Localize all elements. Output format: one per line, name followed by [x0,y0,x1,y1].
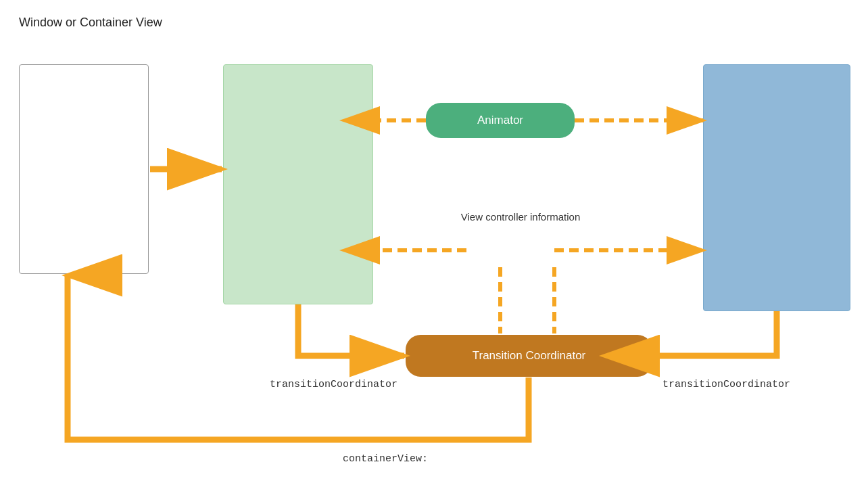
transition-coordinator-prop-left: transitionCoordinator [222,377,397,392]
transition-coordinator-prop-right: transitionCoordinator [662,377,845,392]
green-box [223,64,373,304]
arrow-green-to-tc [298,304,404,356]
blue-box [703,64,850,311]
window-container-label: Window or Container View [19,15,162,30]
diagram-container: Window or Container View Animator Transi… [0,0,868,483]
white-box [19,64,149,274]
animator-pill: Animator [426,103,575,138]
container-view-label: containerView: [270,452,500,466]
view-controller-info-label: View controller information [453,210,588,224]
transition-coordinator-pill: Transition Coordinator [406,335,652,377]
arrow-blue-to-tc [654,311,777,356]
